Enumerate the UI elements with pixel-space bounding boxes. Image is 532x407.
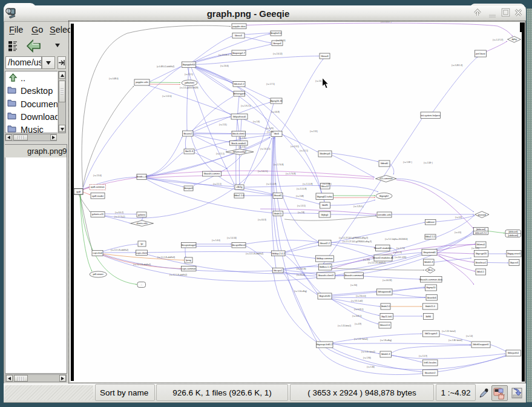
svg-text:libsasl2-modules-db: libsasl2-modules-db [373,257,393,259]
svg-text:libx11-6: libx11-6 [185,150,193,153]
svg-text:libavahi-client3: libavahi-client3 [318,274,333,277]
svg-text:(>= 1.12.0): (>= 1.12.0) [162,95,172,98]
svg-text:(>= 1.5.9): (>= 1.5.9) [419,355,427,357]
svg-text:(>= 4.9): (>= 4.9) [355,323,361,325]
svg-text:libldap-2.4-2: libldap-2.4-2 [272,253,284,255]
svg-text:(>= 1.7.0): (>= 1.7.0) [396,247,405,250]
svg-text:[cdebconf]: [cdebconf] [508,234,519,237]
svg-text:init-system-helpers: init-system-helpers [421,114,440,117]
svg-text:(>= 2.1.1): (>= 2.1.1) [213,183,222,185]
svg-text:libxcb-shm0: libxcb-shm0 [232,133,245,135]
svg-text:(>= 1.58~): (>= 1.58~) [424,162,433,164]
svg-text:(>= 1.7.6.8): (>= 1.7.6.8) [286,173,295,175]
svg-text:(>= 2.8): (>= 2.8) [298,211,304,214]
svg-text:(>= 2.2.1-8+deb9u2): (>= 2.2.1-8+deb9u2) [133,263,151,266]
svg-text:libopenjp2-7: libopenjp2-7 [232,52,245,55]
svg-text:(>= 5.28.1-3): (>= 5.28.1-3) [452,64,462,67]
svg-text:lpr: lpr [140,243,143,245]
svg-text:libdbus-1-3: libdbus-1-3 [320,266,331,268]
svg-text:(>= 1.58~): (>= 1.58~) [403,161,412,164]
svg-text:(>= 2.11): (>= 2.11) [238,137,246,139]
svg-text:libkrb5support0: libkrb5support0 [473,343,489,346]
svg-text:(>= 2.3.4): (>= 2.3.4) [93,174,102,177]
svg-text:(>= 2:3.26.2-..): (>= 2:3.26.2-..) [218,54,231,56]
svg-text:libcupsfilters1: libcupsfilters1 [232,244,246,247]
svg-text:libgmp10: libgmp10 [426,286,435,289]
svg-text:(>= 2.2.1-8+deb9u2): (>= 2.2.1-8+deb9u2) [169,274,187,276]
svg-text:zlib1g: zlib1g [237,186,243,188]
svg-text:poppler-data: poppler-data [232,25,246,28]
svg-text:(>= 1.34): (>= 1.34) [367,366,375,368]
svg-text:(>= 1.6.2-1): (>= 1.6.2-1) [258,170,268,173]
svg-text:libnss3: libnss3 [235,35,242,37]
svg-text:libkeyutils1: libkeyutils1 [508,352,519,354]
svg-text:(>= 1.1.0.8): (>= 1.1.0.8) [297,188,306,190]
svg-text:libtiff5: libtiff5 [322,204,328,207]
svg-text:(>= 0.48.0): (>= 0.48.0) [109,78,119,80]
svg-text:(>= 0.23.1): (>= 0.23.1) [352,315,362,317]
svg-text:x11-common: x11-common [379,177,393,180]
svg-text:dbus: dbus [428,269,433,271]
svg-text:(>= 1.3.1): (>= 1.3.1) [291,145,299,148]
svg-text:(>= 0.0~r131): (>= 0.0~r131) [395,256,406,259]
svg-text:libpng16-16: libpng16-16 [271,100,283,102]
svg-text:cups-common: cups-common [182,268,196,270]
svg-text:libidn2-0: libidn2-0 [381,305,390,308]
svg-text:(>= 2.4.12): (>= 2.4.12) [273,53,283,55]
svg-text:(>= 2.1.9): (>= 2.1.9) [393,251,402,254]
svg-text:(>= 2.11): (>= 2.11) [238,146,246,148]
svg-text:(>= 1.25): (>= 1.25) [471,247,479,250]
svg-text:(>= 1.15): (>= 1.15) [266,127,274,130]
svg-text:libsystemd0: libsystemd0 [423,251,435,254]
svg-text:poppler-utils: poppler-utils [136,81,148,84]
svg-text:(>= 1.6.2-1): (>= 1.6.2-1) [260,148,271,150]
svg-text:krb5-locales: krb5-locales [424,362,437,364]
svg-text:(>= 2.08): (>= 2.08) [296,195,304,197]
svg-text:libbsd0: libbsd0 [381,162,388,165]
svg-text:libgnutls30: libgnutls30 [319,295,330,297]
svg-text:libbz2-1.1: libbz2-1.1 [425,236,435,238]
svg-text:[debconf]: [debconf] [476,228,485,231]
svg-text:libkrb5-3: libkrb5-3 [424,261,433,263]
svg-text:(>= 1.3.1): (>= 1.3.1) [297,205,306,207]
svg-text:(>= 2.1.27-101-g0780600+dfsg-3: (>= 2.1.27-101-g0780600+dfsg-3) [339,237,368,239]
svg-text:libuuid1: libuuid1 [274,194,281,197]
svg-text:pdftohtml: pdftohtml [185,82,194,84]
svg-text:sensible-utils: sensible-utils [378,214,391,216]
svg-text:libp11-kit0: libp11-kit0 [381,316,392,318]
svg-text:(>= 1.14+dfsg): (>= 1.14+dfsg) [294,290,307,293]
svg-text:(>= 2.1.27-101-g0780600+dfsg-3: (>= 2.1.27-101-g0780600+dfsg-3) [343,240,372,243]
svg-text:libxau6: libxau6 [321,55,328,58]
svg-text:libselinux1: libselinux1 [476,262,487,264]
svg-text:(>= 2.2.1-8+deb9u2): (>= 2.2.1-8+deb9u2) [246,253,263,255]
svg-text:libbz2-1.0: libbz2-1.0 [234,194,244,197]
svg-text:liblcms2-2: liblcms2-2 [234,83,244,85]
svg-text:libldap-common: libldap-common [317,257,333,260]
svg-text:libc6: libc6 [274,133,279,135]
svg-text:(>= 0.23.1): (>= 0.23.1) [354,308,364,311]
svg-text:libexpat1: libexpat1 [184,187,193,190]
svg-text:(>= 6.0-2): (>= 6.0-2) [115,211,123,214]
svg-text:(>= 1.8): (>= 1.8) [267,131,274,133]
svg-text:libidn11-0: libidn11-0 [425,305,435,308]
svg-text:(>= 1.4.0): (>= 1.4.0) [212,239,220,242]
svg-text:libgssapi-krb5-2: libgssapi-krb5-2 [317,343,333,346]
svg-text:libjbig0: libjbig0 [321,214,329,216]
svg-text:libjpeg62-turbo: libjpeg62-turbo [317,196,332,198]
svg-text:liblz4-1: liblz4-1 [477,271,484,273]
svg-text:(>= 1.17.17): (>= 1.17.17) [493,39,503,41]
svg-text:libstdc++6: libstdc++6 [136,176,146,178]
svg-text:(>= 1.15~beta1): (>= 1.15~beta1) [361,351,375,353]
svg-text:(>= 2.2.1): (>= 2.2.1) [185,73,193,76]
svg-text:(>= 1.58~): (>= 1.58~) [323,183,332,185]
svg-text:(>= 4.0.3): (>= 4.0.3) [258,219,266,221]
svg-text:(>= 0.6.16): (>= 0.6.16) [297,268,306,270]
svg-text:(>= 1.1.0.8): (>= 1.1.0.8) [303,183,312,185]
svg-text:cups-bsd: cups-bsd [93,252,102,254]
svg-text:libkrb5-3: libkrb5-3 [381,353,390,356]
svg-text:(>= 20l): (>= 20l) [363,259,370,261]
svg-text:libcomerr2: libcomerr2 [425,372,436,374]
svg-text:(>= 1.0-54): (>= 1.0-54) [227,237,237,239]
svg-text:(>= 1.4): (>= 1.4) [466,335,473,337]
svg-text:passwd: passwd [478,214,486,216]
